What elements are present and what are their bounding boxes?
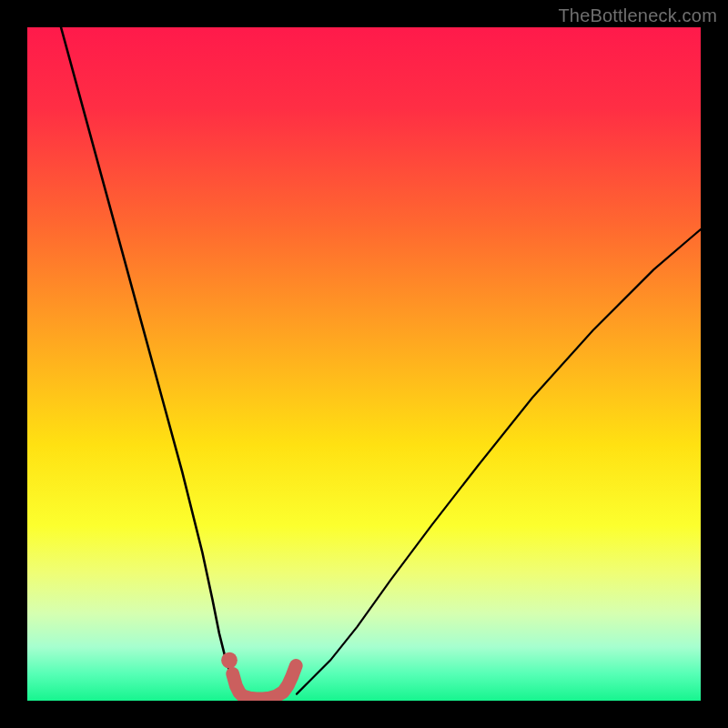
curve-right-branch [297, 229, 701, 694]
marker-dot [221, 652, 238, 669]
trough-marker [233, 666, 297, 699]
curve-left-branch [61, 27, 239, 694]
plot-area [27, 27, 701, 701]
watermark-text: TheBottleneck.com [558, 5, 717, 26]
chart-stage: TheBottleneck.com [0, 0, 728, 728]
curve-layer [27, 27, 701, 701]
